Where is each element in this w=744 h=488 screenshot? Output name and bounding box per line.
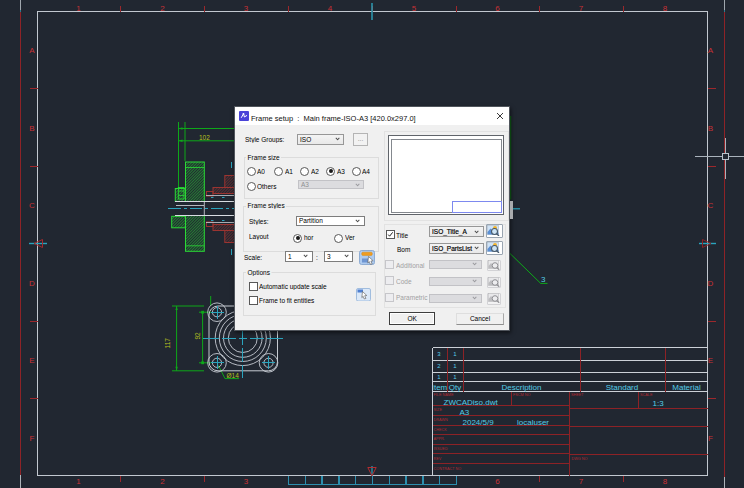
svg-text:Ø14: Ø14 — [227, 372, 240, 379]
svg-text:APPR.: APPR. — [434, 437, 445, 441]
svg-text:4: 4 — [328, 4, 333, 13]
svg-text:A: A — [29, 46, 35, 55]
svg-text:Item: Item — [432, 383, 448, 392]
svg-text:Qty: Qty — [449, 383, 461, 392]
svg-text:DRAWN: DRAWN — [434, 418, 448, 422]
svg-text:7: 7 — [579, 477, 584, 486]
svg-text:1: 1 — [453, 363, 457, 369]
svg-text:1: 1 — [76, 477, 81, 486]
svg-text:8: 8 — [663, 4, 668, 13]
svg-text:117: 117 — [164, 338, 171, 349]
svg-text:A: A — [708, 46, 714, 55]
svg-text:SIZE: SIZE — [434, 408, 443, 412]
svg-text:3: 3 — [541, 275, 546, 284]
svg-text:3: 3 — [244, 4, 249, 13]
svg-text:B: B — [708, 124, 713, 133]
svg-text:1: 1 — [453, 351, 457, 357]
svg-text:REV: REV — [434, 457, 442, 461]
svg-text:E: E — [708, 356, 713, 365]
svg-text:A3: A3 — [460, 408, 470, 417]
svg-text:CONTRACT NO: CONTRACT NO — [434, 467, 462, 471]
svg-text:102: 102 — [199, 134, 210, 141]
svg-text:FSCM NO: FSCM NO — [513, 393, 531, 397]
svg-text:D: D — [708, 279, 714, 288]
svg-text:F: F — [30, 434, 35, 443]
svg-text:Material: Material — [672, 383, 701, 392]
svg-text:7: 7 — [579, 4, 584, 13]
svg-text:ZWCADiso.dwt: ZWCADiso.dwt — [444, 398, 499, 407]
svg-text:C: C — [708, 201, 714, 210]
svg-text:D: D — [29, 279, 35, 288]
svg-text:F: F — [708, 434, 713, 443]
svg-text:2024/5/9: 2024/5/9 — [463, 418, 495, 427]
svg-text:CHECK: CHECK — [434, 428, 448, 432]
svg-text:DWG NO: DWG NO — [572, 457, 588, 461]
svg-text:2: 2 — [437, 363, 441, 369]
svg-text:FILE NAME: FILE NAME — [434, 393, 455, 397]
svg-text:6: 6 — [495, 477, 500, 486]
svg-text:2: 2 — [160, 477, 165, 486]
svg-text:SHEET: SHEET — [571, 393, 584, 397]
svg-text:localuser: localuser — [517, 418, 549, 427]
svg-text:B: B — [29, 124, 34, 133]
svg-text:1:3: 1:3 — [653, 399, 665, 408]
svg-text:Description: Description — [501, 383, 541, 392]
svg-text:92: 92 — [194, 332, 201, 340]
svg-text:1: 1 — [453, 374, 457, 380]
svg-text:8: 8 — [663, 477, 668, 486]
svg-text:1: 1 — [76, 4, 81, 13]
svg-text:E: E — [29, 356, 34, 365]
svg-text:2: 2 — [160, 4, 165, 13]
svg-text:5: 5 — [412, 4, 417, 13]
svg-text:1: 1 — [437, 374, 441, 380]
svg-text:6: 6 — [495, 4, 500, 13]
svg-text:3: 3 — [437, 351, 441, 357]
svg-text:C: C — [29, 201, 35, 210]
svg-text:Standard: Standard — [606, 383, 638, 392]
svg-text:ISSUED: ISSUED — [434, 447, 448, 451]
svg-text:3: 3 — [244, 477, 249, 486]
svg-text:SCALE: SCALE — [640, 393, 653, 397]
